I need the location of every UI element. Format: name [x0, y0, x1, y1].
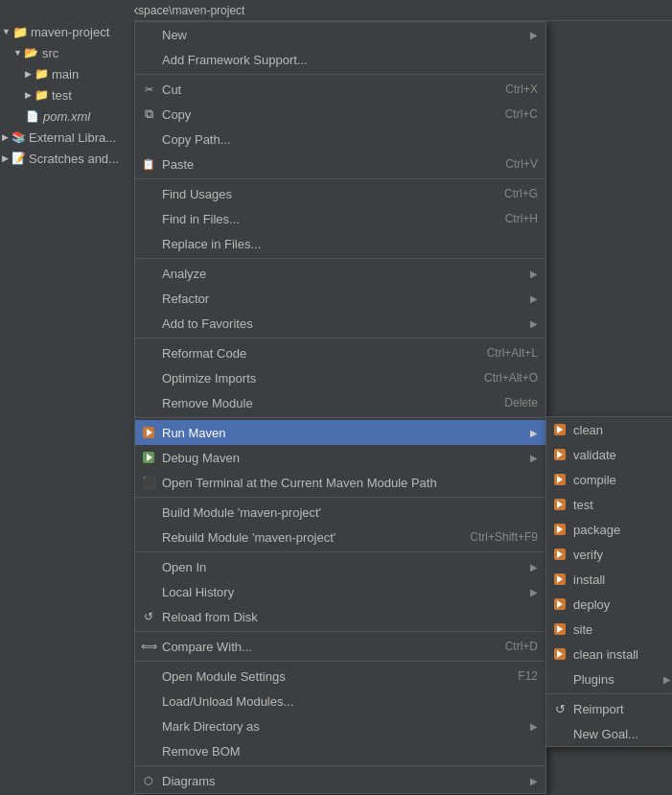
expand-arrow-main: ▶ — [25, 69, 32, 79]
menu-item-open-module-settings[interactable]: Open Module Settings F12 — [135, 664, 545, 689]
menu-item-cut[interactable]: ✂ Cut Ctrl+X — [135, 77, 545, 102]
pom-file-icon: 📄 — [25, 108, 40, 124]
menu-item-rebuild-module[interactable]: Rebuild Module 'maven-project' Ctrl+Shif… — [135, 525, 545, 549]
separator-1 — [135, 74, 545, 75]
tree-label-scratches: Scratches and... — [29, 152, 119, 166]
menu-item-paste[interactable]: 📋 Paste Ctrl+V — [135, 152, 545, 176]
maven-install-icon — [552, 572, 568, 587]
menu-item-diagrams[interactable]: ⬡ Diagrams ▶ — [135, 768, 545, 793]
menu-item-local-history[interactable]: Local History ▶ — [135, 579, 545, 604]
submenu-label-test: test — [573, 498, 593, 512]
submenu-item-package[interactable]: package — [546, 517, 672, 542]
plugins-submenu-arrow: ▶ — [663, 674, 671, 685]
submenu-item-site[interactable]: site — [546, 617, 672, 642]
submenu-label-validate: validate — [573, 448, 616, 462]
menu-item-open-terminal[interactable]: ⬛ Open Terminal at the Current Maven Mod… — [135, 470, 545, 495]
submenu-item-plugins[interactable]: Plugins ▶ — [546, 666, 672, 691]
submenu-label-plugins: Plugins — [573, 672, 663, 687]
arrow-icon-debug-maven: ▶ — [530, 453, 538, 463]
menu-item-add-framework[interactable]: Add Framework Support... — [135, 47, 545, 72]
separator-2 — [135, 178, 545, 179]
tree-item-external-libraries[interactable]: ▶ 📚 External Libra... — [0, 127, 134, 148]
maven-verify-icon — [552, 547, 568, 562]
submenu-item-clean-install[interactable]: clean install — [546, 642, 672, 666]
tree-label-src: src — [42, 46, 58, 60]
menu-item-compare-with[interactable]: ⟺ Compare With... Ctrl+D — [135, 634, 545, 659]
arrow-icon-favorites: ▶ — [530, 318, 538, 329]
cut-icon: ✂ — [141, 82, 156, 97]
separator-9 — [135, 661, 545, 662]
submenu-item-deploy[interactable]: deploy — [546, 592, 672, 617]
menu-item-mark-directory[interactable]: Mark Directory as ▶ — [135, 713, 545, 738]
menu-item-refactor[interactable]: Refactor ▶ — [135, 286, 545, 311]
paste-icon: 📋 — [141, 156, 156, 172]
tree-item-pom[interactable]: 📄 pom.xml — [0, 105, 134, 127]
submenu-label-compile: compile — [573, 473, 616, 487]
maven-package-icon — [552, 522, 568, 537]
submenu-label-clean-install: clean install — [573, 647, 638, 662]
test-folder-icon: 📁 — [34, 87, 49, 103]
menu-item-optimize-imports[interactable]: Optimize Imports Ctrl+Alt+O — [135, 365, 545, 390]
expand-arrow: ▼ — [2, 27, 11, 36]
menu-item-find-usages[interactable]: Find Usages Ctrl+G — [135, 181, 545, 206]
tree-item-maven-project[interactable]: ▼ 📁 maven-project — [0, 21, 134, 42]
copy-icon: ⧉ — [141, 106, 156, 122]
menu-item-reformat[interactable]: Reformat Code Ctrl+Alt+L — [135, 340, 545, 365]
debug-maven-icon — [141, 450, 156, 465]
arrow-icon-diagrams: ▶ — [530, 776, 538, 786]
submenu-item-clean[interactable]: clean — [546, 417, 672, 442]
submenu-item-new-goal[interactable]: New Goal... — [546, 721, 672, 746]
maven-compile-icon — [552, 472, 568, 487]
context-menu: New ▶ Add Framework Support... ✂ Cut Ctr… — [134, 21, 546, 794]
submenu-item-verify[interactable]: verify — [546, 542, 672, 567]
arrow-icon-analyze: ▶ — [530, 269, 538, 279]
menu-item-remove-bom[interactable]: Remove BOM — [135, 738, 545, 763]
submenu-item-compile[interactable]: compile — [546, 467, 672, 492]
expand-arrow-test: ▶ — [25, 90, 32, 100]
submenu-item-install[interactable]: install — [546, 567, 672, 592]
project-folder-icon: 📁 — [12, 24, 28, 39]
menu-item-add-favorites[interactable]: Add to Favorites ▶ — [135, 311, 545, 336]
scratches-icon: 📝 — [11, 151, 26, 166]
tree-label-ext-libs: External Libra... — [29, 130, 116, 145]
arrow-icon-open-in: ▶ — [530, 562, 538, 573]
maven-site-icon — [552, 621, 568, 637]
menu-item-debug-maven[interactable]: Debug Maven ▶ — [135, 445, 545, 470]
menu-item-copy-path[interactable]: Copy Path... — [135, 127, 545, 152]
maven-clean-install-icon — [552, 646, 568, 662]
tree-item-scratches[interactable]: ▶ 📝 Scratches and... — [0, 148, 134, 169]
menu-item-reload-disk[interactable]: ↺ Reload from Disk — [135, 604, 545, 629]
tree-item-test[interactable]: ▶ 📁 test — [0, 84, 134, 105]
menu-item-replace-in-files[interactable]: Replace in Files... — [135, 231, 545, 256]
run-maven-icon — [141, 425, 156, 440]
submenu-item-test[interactable]: test — [546, 492, 672, 517]
menu-item-remove-module[interactable]: Remove Module Delete — [135, 390, 545, 415]
tree-item-main[interactable]: ▶ 📁 main — [0, 63, 134, 84]
expand-arrow-ext: ▶ — [2, 132, 9, 142]
expand-arrow-src: ▼ — [13, 48, 22, 58]
submenu-item-reimport[interactable]: ↺ Reimport — [546, 696, 672, 721]
arrow-icon-new: ▶ — [530, 30, 538, 40]
menu-item-load-unload-modules[interactable]: Load/Unload Modules... — [135, 689, 545, 713]
submenu-label-install: install — [573, 573, 605, 587]
expand-arrow-scratches: ▶ — [2, 153, 9, 163]
menu-item-new[interactable]: New ▶ — [135, 22, 545, 47]
menu-item-copy[interactable]: ⧉ Copy Ctrl+C — [135, 102, 545, 127]
separator-10 — [135, 765, 545, 766]
menu-item-find-in-files[interactable]: Find in Files... Ctrl+H — [135, 206, 545, 231]
separator-7 — [135, 551, 545, 552]
tree-item-src[interactable]: ▼ 📂 src — [0, 42, 134, 63]
submenu-label-clean: clean — [573, 423, 603, 437]
arrow-icon-local-history: ▶ — [530, 587, 538, 597]
file-tree: ▼ 📁 maven-project ▼ 📂 src ▶ 📁 main ▶ 📁 t… — [0, 0, 134, 795]
menu-item-run-maven[interactable]: Run Maven ▶ — [135, 420, 545, 445]
submenu-separator — [546, 693, 672, 694]
menu-item-open-in[interactable]: Open In ▶ — [135, 554, 545, 579]
separator-6 — [135, 497, 545, 498]
separator-4 — [135, 338, 545, 339]
menu-item-build-module[interactable]: Build Module 'maven-project' — [135, 500, 545, 525]
submenu-item-validate[interactable]: validate — [546, 442, 672, 467]
arrow-icon-refactor: ▶ — [530, 293, 538, 304]
menu-item-analyze[interactable]: Analyze ▶ — [135, 261, 545, 286]
submenu-label-reimport: Reimport — [573, 702, 624, 716]
